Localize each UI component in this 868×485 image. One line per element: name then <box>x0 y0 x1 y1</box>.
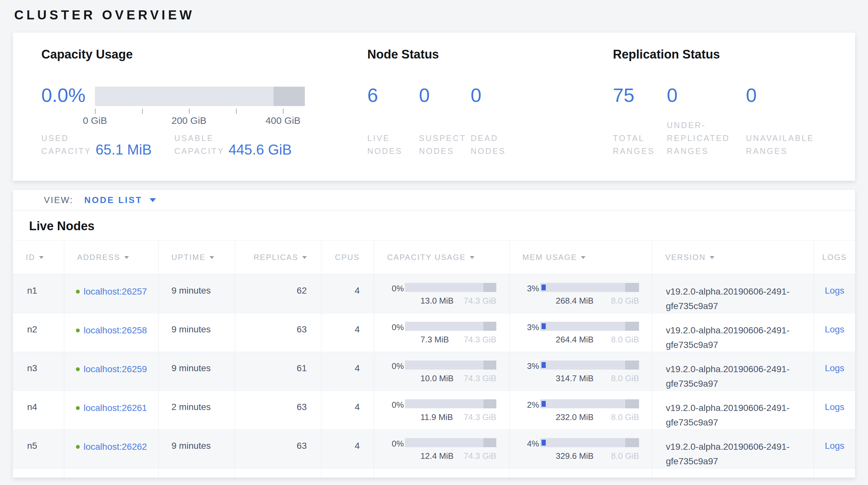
column-header-mem-usage[interactable]: MEM USAGE <box>509 240 652 274</box>
logs-link[interactable]: Logs <box>825 363 844 373</box>
used-capacity-stat: USED CAPACITY 65.1 MiB <box>41 132 152 158</box>
capacity-used-value: 10.0 MiB <box>421 373 454 383</box>
mem-used-value: 268.4 MiB <box>556 296 593 306</box>
mem-usage-bar <box>540 283 639 292</box>
total-ranges-metric: 75 TOTAL RANGES <box>613 85 667 158</box>
table-row: n2 localhost:26258 9 minutes 63 4 0% 7.3… <box>13 313 855 352</box>
column-header-address[interactable]: ADDRESS <box>64 240 158 274</box>
view-selector-dropdown[interactable]: NODE LIST <box>84 195 156 205</box>
capacity-usage-cell: 0% 13.0 MiB 74.3 GiB <box>374 275 509 313</box>
summary-card: Capacity Usage 0.0% 0 GiB <box>13 33 855 181</box>
total-ranges-label: TOTAL RANGES <box>613 132 661 158</box>
mem-used-fill <box>541 440 546 446</box>
node-address-cell: localhost:26261 <box>64 391 158 429</box>
node-cpus-cell: 4 <box>321 430 374 468</box>
mem-other-segment <box>625 322 639 331</box>
capacity-usage-cell: 0% 7.3 MiB 74.3 GiB <box>374 313 509 352</box>
sort-arrow-icon <box>470 256 474 259</box>
node-uptime-cell: 9 minutes <box>158 352 235 391</box>
capacity-used-value: 11.9 MiB <box>421 412 453 422</box>
dead-nodes-label: DEAD NODES <box>471 132 516 158</box>
sort-arrow-icon <box>302 256 307 259</box>
column-header-uptime[interactable]: UPTIME <box>158 240 235 274</box>
node-logs-cell: Logs <box>814 352 855 391</box>
column-header-id[interactable]: ID <box>13 240 64 274</box>
usable-capacity-label: USABLE CAPACITY <box>175 132 223 158</box>
capacity-percent-label: 0% <box>392 283 405 313</box>
mem-total-value: 8.0 GiB <box>611 412 639 422</box>
logs-link[interactable]: Logs <box>825 324 844 334</box>
node-address-cell: localhost:26258 <box>64 313 158 352</box>
node-address-link[interactable]: localhost:26258 <box>84 325 147 335</box>
capacity-usage-cell: 0% 10.0 MiB 74.3 GiB <box>374 352 509 391</box>
dead-nodes-metric: 0 DEAD NODES <box>471 85 523 158</box>
node-live-dot-icon <box>76 406 80 410</box>
capacity-percent-label: 0% <box>392 438 405 468</box>
mem-used-value: 329.6 MiB <box>556 451 593 461</box>
node-replicas-cell: 61 <box>235 352 321 391</box>
usable-capacity-value: 445.6 GiB <box>228 142 292 158</box>
node-cpus-cell: 4 <box>321 391 374 429</box>
axis-tick <box>95 109 96 114</box>
mem-usage-cell: 3% 264.4 MiB 8.0 GiB <box>509 313 652 352</box>
column-header-replicas[interactable]: REPLICAS <box>235 240 321 274</box>
node-address-link[interactable]: localhost:26257 <box>84 286 147 296</box>
column-header-cpus: CPUS <box>321 240 374 274</box>
node-id-cell: n5 <box>13 430 64 468</box>
cluster-overview-page: CLUSTER OVERVIEW Capacity Usage 0.0% <box>0 0 868 478</box>
mem-percent-label: 4% <box>527 438 540 468</box>
sort-arrow-icon <box>710 256 714 259</box>
axis-tick <box>283 109 283 114</box>
capacity-percent-value: 0.0% <box>41 85 95 106</box>
node-status-title: Node Status <box>368 48 613 61</box>
chevron-down-icon <box>150 198 156 202</box>
mem-total-value: 8.0 GiB <box>611 335 639 345</box>
node-address-link[interactable]: localhost:26262 <box>84 442 147 452</box>
capacity-usage-cell: 0% 11.9 MiB 74.3 GiB <box>374 391 509 429</box>
logs-link[interactable]: Logs <box>825 441 844 451</box>
capacity-percent-label: 0% <box>392 322 405 352</box>
suspect-nodes-metric: 0 SUSPECT NODES <box>419 85 471 158</box>
table-header-row: ID ADDRESS UPTIME REPLICAS CPUS CAPACITY… <box>13 240 855 275</box>
table-row: n4 localhost:26261 2 minutes 63 4 0% 11.… <box>13 391 855 430</box>
total-ranges-count: 75 <box>613 85 667 106</box>
live-nodes-title: Live Nodes <box>13 211 855 240</box>
capacity-gauge: 0.0% 0 GiB 200 GiB 400 <box>41 85 368 126</box>
node-cpus-cell: 4 <box>321 313 374 352</box>
capacity-usage-section: Capacity Usage 0.0% 0 GiB <box>41 48 368 158</box>
capacity-usage-bar <box>405 283 496 292</box>
column-header-capacity-usage[interactable]: CAPACITY USAGE <box>374 240 509 274</box>
capacity-total-value: 74.3 GiB <box>464 412 496 422</box>
mem-total-value: 8.0 GiB <box>611 373 639 383</box>
capacity-usage-cell: 0% 12.4 MiB 74.3 GiB <box>374 430 509 468</box>
mem-used-fill <box>541 285 546 290</box>
node-address-link[interactable]: localhost:26261 <box>84 403 147 413</box>
mem-used-fill <box>541 323 546 329</box>
logs-link[interactable]: Logs <box>825 286 844 295</box>
node-version-cell: v19.2.0-alpha.20190606-2491-gfe735c9a97 <box>652 391 814 429</box>
capacity-other-segment <box>484 399 496 408</box>
usable-capacity-stat: USABLE CAPACITY 445.6 GiB <box>175 132 292 158</box>
axis-label: 0 GiB <box>83 115 107 126</box>
node-address-link[interactable]: localhost:26259 <box>84 364 147 374</box>
mem-used-value: 264.4 MiB <box>556 335 593 345</box>
axis-tick <box>142 109 143 114</box>
mem-other-segment <box>625 361 639 370</box>
node-live-dot-icon <box>76 290 80 293</box>
mem-usage-bar <box>540 438 639 447</box>
replication-status-section: Replication Status 75 TOTAL RANGES 0 UND… <box>613 48 827 158</box>
suspect-nodes-count: 0 <box>419 85 471 106</box>
mem-total-value: 8.0 GiB <box>611 296 639 306</box>
column-header-version[interactable]: VERSION <box>652 240 814 274</box>
view-label: VIEW: <box>44 195 73 205</box>
node-version-cell: v19.2.0-alpha.20190606-2491-gfe735c9a97 <box>652 352 814 391</box>
logs-link[interactable]: Logs <box>825 402 844 412</box>
mem-used-fill <box>541 401 546 407</box>
mem-percent-label: 3% <box>527 361 540 391</box>
page-title: CLUSTER OVERVIEW <box>13 6 855 22</box>
table-row-partial <box>13 468 855 478</box>
replication-status-metrics: 75 TOTAL RANGES 0 UNDER-REPLICATED RANGE… <box>613 85 827 158</box>
node-uptime-cell: 9 minutes <box>158 430 235 468</box>
mem-usage-bar <box>540 399 639 408</box>
axis-label: 200 GiB <box>172 115 206 126</box>
